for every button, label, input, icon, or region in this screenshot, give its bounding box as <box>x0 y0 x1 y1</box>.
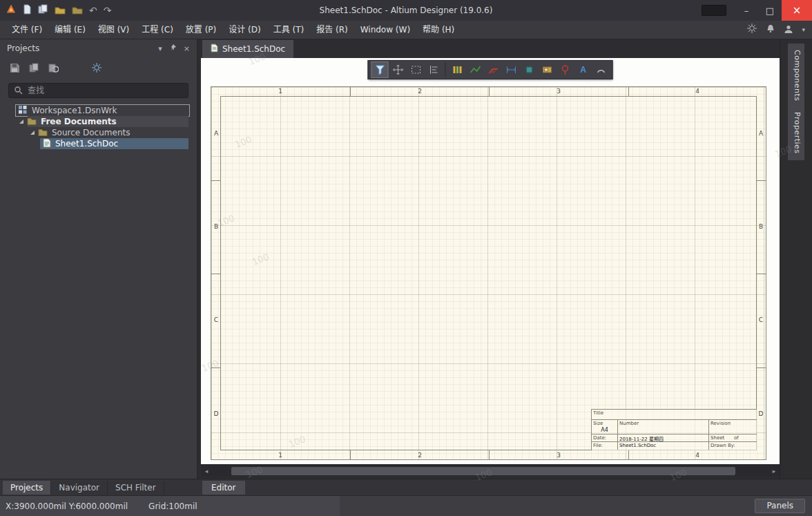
redo-icon[interactable]: ↷ <box>104 6 112 15</box>
scrollbar-thumb[interactable] <box>231 467 735 475</box>
project-search[interactable] <box>8 83 188 98</box>
document-tab-sheet1[interactable]: Sheet1.SchDoc <box>202 40 293 58</box>
tree-item-label: Workspace1.DsnWrk <box>32 106 117 115</box>
menu-project[interactable]: 工程 (C) <box>135 21 180 39</box>
sheet-title-block: Title Size A4 Number Revision <box>591 409 757 450</box>
zone-label: B <box>212 223 220 230</box>
refresh-docs-icon[interactable] <box>48 63 59 76</box>
text-string-button[interactable]: A <box>574 61 592 78</box>
projects-panel: Projects ▾ × <box>0 39 197 479</box>
menu-help[interactable]: 帮助 (H) <box>416 21 461 39</box>
minimize-button[interactable]: – <box>735 0 758 21</box>
titleblock-title-label: Title <box>593 410 603 416</box>
titlebar: ↶ ↷ Sheet1.SchDoc - Altium Designer (19.… <box>0 0 812 21</box>
menu-reports[interactable]: 报告 (R) <box>310 21 354 39</box>
expand-arrow-icon[interactable] <box>30 131 35 135</box>
zone-label: C <box>212 316 220 323</box>
panel-settings-gear-icon[interactable] <box>91 62 102 76</box>
gear-icon[interactable] <box>746 23 757 37</box>
compile-icon[interactable] <box>29 63 39 76</box>
columns-button[interactable] <box>449 61 466 78</box>
zone-label: 3 <box>552 88 566 95</box>
schematic-sheet[interactable]: 1 2 3 4 1 2 3 4 A B C D A B C D <box>211 86 766 460</box>
documents-icon[interactable] <box>38 4 48 17</box>
new-document-icon[interactable] <box>23 4 32 17</box>
tree-item-source-documents[interactable]: Source Documents <box>0 127 197 138</box>
zone-label: 1 <box>273 88 287 95</box>
cursor-coordinates: X:3900.000mil Y:6000.000mil <box>6 501 128 511</box>
menu-edit[interactable]: 编辑 (E) <box>48 21 92 39</box>
titleblock-sheet-label: Sheet <box>710 435 724 441</box>
schematic-editor-canvas[interactable]: A 1 2 3 4 1 2 3 4 A B C D A B <box>201 58 780 464</box>
zone-label: D <box>212 410 220 417</box>
scroll-left-icon[interactable]: ◂ <box>201 465 212 477</box>
zone-label: 3 <box>552 452 566 459</box>
zone-tick <box>757 180 766 181</box>
tree-item-free-documents[interactable]: Free Documents <box>0 116 197 127</box>
filter-button[interactable] <box>371 61 389 78</box>
menu-tools[interactable]: 工具 (T) <box>267 21 311 39</box>
save-icon[interactable] <box>10 63 20 76</box>
panel-close-icon[interactable]: × <box>184 44 190 53</box>
zone-label: 4 <box>690 452 704 459</box>
tab-sch-filter[interactable]: SCH Filter <box>108 481 164 495</box>
move-button[interactable] <box>389 61 407 78</box>
zone-tick <box>757 367 766 368</box>
user-icon[interactable] <box>784 23 793 37</box>
expand-arrow-icon[interactable] <box>19 120 23 124</box>
zone-label: C <box>757 316 765 323</box>
menu-design[interactable]: 设计 (D) <box>222 21 267 39</box>
menu-place[interactable]: 放置 (P) <box>180 21 222 39</box>
menu-window[interactable]: Window (W) <box>354 21 416 39</box>
folder-icon[interactable] <box>72 4 83 17</box>
open-folder-icon[interactable] <box>55 4 66 17</box>
panel-dropdown-icon[interactable]: ▾ <box>158 44 162 53</box>
zone-label: A <box>212 130 220 137</box>
tree-item-schdoc[interactable]: Sheet1.SchDoc <box>0 138 197 149</box>
scroll-right-icon[interactable]: ▸ <box>768 465 780 477</box>
zone-tick <box>628 450 629 459</box>
titleblock-date-label: Date: <box>593 435 606 441</box>
sheet-inner-border <box>220 96 757 450</box>
tab-navigator[interactable]: Navigator <box>51 481 108 495</box>
zone-tick <box>489 87 490 96</box>
tab-components[interactable]: Components <box>788 44 804 108</box>
dimension-button[interactable] <box>503 61 520 78</box>
grid-setting: Grid:100mil <box>148 501 197 511</box>
titleblock-size-label: Size <box>593 421 603 426</box>
undo-icon[interactable]: ↶ <box>89 6 97 15</box>
select-area-button[interactable] <box>407 61 425 78</box>
maximize-button[interactable]: □ <box>758 0 782 21</box>
tab-properties[interactable]: Properties <box>788 106 804 160</box>
svg-text:A: A <box>580 65 586 75</box>
power-port-button[interactable] <box>557 61 574 78</box>
pin-icon[interactable] <box>169 44 177 54</box>
zone-tick <box>757 274 766 274</box>
panels-button[interactable]: Panels <box>755 499 805 513</box>
menu-file[interactable]: 文件 (F) <box>6 21 48 39</box>
zone-label: B <box>757 223 765 230</box>
tree-item-workspace[interactable]: Workspace1.DsnWrk <box>0 105 197 116</box>
arc-button[interactable] <box>592 61 610 78</box>
tab-projects[interactable]: Projects <box>3 481 51 495</box>
horizontal-scrollbar[interactable]: ◂ ▸ <box>201 464 780 477</box>
sheet-symbol-button[interactable] <box>539 61 556 78</box>
tab-editor[interactable]: Editor <box>202 481 245 495</box>
wire-button[interactable] <box>467 61 484 78</box>
titleblock-drawn-label: Drawn By: <box>710 443 735 448</box>
bus-button[interactable] <box>485 61 502 78</box>
part-button[interactable] <box>521 61 538 78</box>
user-caret-icon[interactable]: ▾ <box>802 26 805 33</box>
search-input[interactable] <box>28 86 183 95</box>
editor-active-bar: A <box>368 60 613 79</box>
zone-tick <box>350 450 351 459</box>
menu-view[interactable]: 视图 (V) <box>92 21 135 39</box>
titleblock-of-label: of <box>734 435 739 441</box>
zone-tick <box>211 274 220 274</box>
bell-icon[interactable] <box>766 23 775 37</box>
search-icon <box>14 84 23 97</box>
window-controls: – □ × <box>702 0 812 21</box>
close-button[interactable]: × <box>782 0 812 21</box>
align-button[interactable] <box>425 61 443 78</box>
zone-tick <box>628 87 629 96</box>
